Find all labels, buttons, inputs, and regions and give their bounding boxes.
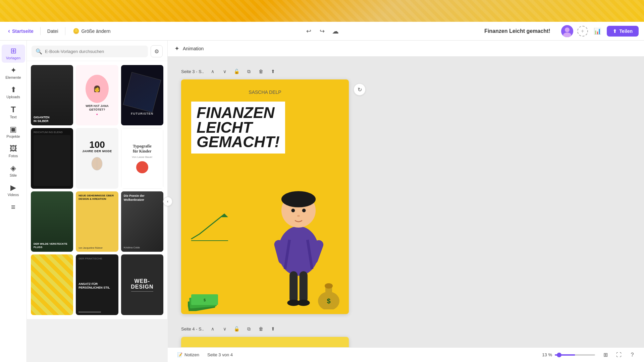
file-menu[interactable]: Datei: [45, 27, 61, 35]
document-title: Finanzen Leicht gemacht!: [484, 28, 550, 34]
sidebar-label-vorlagen: Vorlagen: [6, 56, 20, 60]
search-bar: 🔍 ⚙: [27, 41, 167, 61]
toolbar-left: ‹ Startseite Datei 🪙 Größe ändern: [5, 26, 299, 36]
title-line3: GEMACHT!: [197, 135, 280, 149]
page-3-up-button[interactable]: ∧: [208, 67, 217, 76]
redo-button[interactable]: ↪: [317, 26, 327, 37]
cash-svg: $: [188, 293, 221, 311]
page-3-down-button[interactable]: ∨: [220, 67, 229, 76]
status-right: ⊞ ⛶ ?: [600, 350, 637, 360]
money-bag-svg: $: [315, 279, 342, 309]
coin-icon: 🪙: [73, 28, 79, 34]
animation-bar: ✦ Animation: [168, 41, 644, 57]
page-3-delete-button[interactable]: 🗑: [256, 67, 266, 76]
videos-icon: ▶: [10, 184, 16, 191]
uploads-icon: ⬆: [10, 86, 16, 94]
analytics-button[interactable]: 📊: [592, 26, 603, 37]
notes-button[interactable]: 📝 Notizen: [174, 351, 202, 359]
template-card-wilde[interactable]: DER WILDE VERSTECKTE FLUSS: [31, 191, 73, 252]
cash-bills: $: [188, 293, 221, 312]
sidebar-item-videos[interactable]: ▶ Videos: [2, 181, 25, 199]
template-card-webdesign[interactable]: WEB-DESIGN: [121, 254, 163, 315]
avatar[interactable]: [561, 25, 573, 37]
undo-button[interactable]: ↩: [303, 26, 314, 37]
sidebar-item-more[interactable]: ≡: [2, 201, 25, 214]
page-4-lock-button[interactable]: 🔓: [232, 324, 241, 334]
arrow-chart: [190, 212, 230, 244]
vorlagen-icon: ⊞: [10, 47, 16, 55]
page-4-canvas[interactable]: "EIN SCHLAUES ZITAT UM DIE LESER ZU BEGE…: [181, 337, 349, 347]
finanzen-cover: SASCHA DELP FINANZEN LEICHT GEMACHT!: [181, 79, 349, 314]
template-card-praktisch[interactable]: DER PRAKTISCHE ANSATZ FÜR PERSÖNLICHEN S…: [76, 254, 118, 315]
sidebar-item-text[interactable]: T Text: [2, 103, 25, 122]
collapse-panel-button[interactable]: ‹: [163, 197, 172, 206]
share-label: Teilen: [620, 28, 633, 34]
fotos-icon: 🖼: [10, 145, 17, 153]
sidebar-item-elemente[interactable]: ✦ Elemente: [2, 64, 25, 82]
sidebar-item-vorlagen[interactable]: ⊞ Vorlagen: [2, 45, 25, 63]
template-card-stripes[interactable]: [31, 254, 73, 315]
template-card-jana[interactable]: 👩 WER HAT JANA GETÖTET? ♥: [76, 65, 118, 125]
sidebar: ⊞ Vorlagen ✦ Elemente ⬆ Uploads T Text ▣…: [0, 41, 27, 362]
page-3-canvas-wrap: SASCHA DELP FINANZEN LEICHT GEMACHT!: [181, 79, 349, 314]
page-4-down-button[interactable]: ∨: [220, 324, 229, 334]
share-button[interactable]: ⬆ Teilen: [607, 26, 639, 37]
page-4-export-button[interactable]: ⬆: [268, 324, 278, 334]
right-area: ✦ Animation Seite 3 - S.. ∧ ∨ 🔓 ⧉ 🗑 ⬆: [168, 41, 644, 362]
template-card-futuristen[interactable]: FUTURISTEN: [121, 65, 163, 125]
template-card-100jahre[interactable]: 100 JAHRE DER MODE: [76, 128, 118, 188]
sidebar-label-elemente: Elemente: [5, 75, 21, 79]
page-3-duplicate-button[interactable]: ⧉: [244, 67, 254, 76]
page-4-up-button[interactable]: ∧: [208, 324, 217, 334]
help-button[interactable]: ?: [627, 350, 637, 360]
page-4-section: Seite 4 - S.. ∧ ∨ 🔓 ⧉ 🗑 ⬆ "EIN SCHLAUES …: [181, 324, 631, 347]
finanzen-author: SASCHA DELP: [249, 89, 281, 95]
text-icon: T: [11, 106, 16, 114]
canvas-refresh-button[interactable]: ↻: [354, 83, 366, 96]
svg-point-11: [302, 209, 306, 213]
sidebar-label-stile: Stile: [10, 173, 17, 177]
page-3-canvas[interactable]: SASCHA DELP FINANZEN LEICHT GEMACHT!: [181, 79, 349, 314]
svg-text:$: $: [204, 298, 206, 302]
page-3-lock-button[interactable]: 🔓: [232, 67, 241, 76]
canvas-area: Seite 3 - S.. ∧ ∨ 🔓 ⧉ 🗑 ⬆ SASCHA DELP: [168, 57, 644, 347]
template-card-reichtum[interactable]: REICHTUM INS ELEND: [31, 128, 73, 188]
back-arrow-icon: ‹: [8, 27, 10, 35]
sidebar-item-projekte[interactable]: ▣ Projekte: [2, 123, 25, 141]
sidebar-item-stile[interactable]: ◈ Stile: [2, 162, 25, 180]
template-card-design[interactable]: NEUE GEHEIMNISSE ÜBER DESIGN & KREATION …: [76, 191, 118, 252]
template-card-giganten[interactable]: GIGANTENIN SILBER: [31, 65, 73, 125]
search-input[interactable]: [45, 49, 144, 54]
templates-panel: 🔍 ⚙ GIGANTENIN SILBER 👩 WER HAT: [27, 41, 168, 319]
back-label: Startseite: [12, 28, 34, 34]
share-icon: ⬆: [613, 28, 617, 34]
resize-button[interactable]: 🪙 Größe ändern: [69, 26, 114, 36]
cloud-save-button[interactable]: ☁: [330, 26, 341, 37]
page-4-label: Seite 4 - S..: [181, 326, 204, 331]
page-4-duplicate-button[interactable]: ⧉: [244, 324, 254, 334]
zoom-slider[interactable]: [555, 354, 595, 356]
svg-point-12: [297, 215, 300, 217]
sidebar-item-uploads[interactable]: ⬆ Uploads: [2, 83, 25, 102]
template-card-poesie[interactable]: Die Poesie der Wolkenkratzer Kristina Co…: [121, 191, 163, 252]
svg-point-10: [291, 209, 295, 213]
svg-point-23: [325, 283, 333, 289]
grid-view-button[interactable]: ⊞: [600, 350, 610, 360]
page-3-export-button[interactable]: ⬆: [268, 67, 278, 76]
animation-label: Animation: [183, 46, 204, 51]
templates-grid: GIGANTENIN SILBER 👩 WER HAT JANA GETÖTET…: [27, 61, 167, 319]
sidebar-label-fotos: Fotos: [9, 154, 18, 158]
search-input-wrap: 🔍: [32, 46, 148, 57]
sidebar-item-fotos[interactable]: 🖼 Fotos: [2, 142, 25, 161]
template-card-typografie[interactable]: Typografiefür Kinder Von Lasse Bauer: [121, 128, 163, 188]
title-line2: LEICHT: [197, 120, 280, 135]
resize-label: Größe ändern: [82, 28, 111, 34]
page-4-delete-button[interactable]: 🗑: [256, 324, 266, 334]
svg-point-9: [281, 191, 316, 207]
fullscreen-button[interactable]: ⛶: [614, 350, 624, 360]
avatar-image: [561, 25, 573, 37]
back-button[interactable]: ‹ Startseite: [5, 26, 36, 36]
add-user-button[interactable]: +: [577, 26, 588, 37]
filter-button[interactable]: ⚙: [151, 45, 163, 57]
quote-page: "EIN SCHLAUES ZITAT UM DIE LESER ZU BEGE…: [181, 337, 349, 347]
